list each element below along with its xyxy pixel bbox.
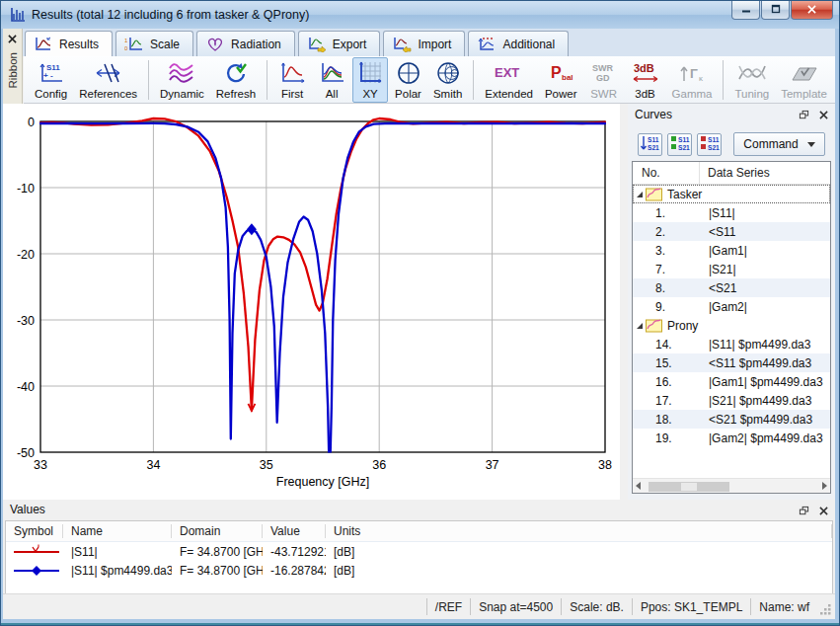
curve-item[interactable]: 15.<S11 $pm4499.da3: [633, 353, 830, 372]
toolbar-button-label: Gamma: [672, 88, 713, 101]
tab-additional[interactable]: Additional: [468, 31, 569, 56]
values-row[interactable]: |S11|F= 34.8700 [GHz]-43.712921[dB]: [6, 542, 832, 561]
group-row-tasker[interactable]: Tasker: [633, 185, 830, 203]
curves-list-header[interactable]: No. Data Series: [633, 162, 830, 185]
maximize-icon: [771, 3, 781, 17]
tab-export[interactable]: Export: [298, 31, 381, 56]
tab-import[interactable]: Import: [383, 31, 465, 56]
resize-grip-icon[interactable]: [819, 603, 832, 616]
values-panel-header[interactable]: Values: [3, 500, 835, 520]
column-data-series[interactable]: Data Series: [700, 166, 770, 180]
ribbon-close-button[interactable]: [4, 31, 21, 46]
sort-s11-s21-icon: S11S21: [640, 133, 661, 156]
curves-float-icon[interactable]: [798, 109, 810, 121]
curve-item[interactable]: 2.<S11: [633, 222, 830, 241]
tab-label: Additional: [502, 38, 555, 51]
value-value: -43.712921: [263, 545, 326, 559]
values-close-icon[interactable]: [817, 505, 830, 517]
svg-text:0: 0: [124, 45, 128, 51]
all-button[interactable]: All: [313, 57, 350, 103]
curve-item[interactable]: 8.<S21: [633, 278, 830, 297]
curve-item[interactable]: 19.|Gam2| $pm4499.da3: [633, 429, 830, 447]
curve-name: <S11 $pm4499.da3: [700, 356, 811, 370]
curve-item[interactable]: 9.|Gam2|: [633, 297, 830, 316]
curve-item[interactable]: 16.|Gam1| $pm4499.da3: [633, 372, 830, 391]
svg-text:GD: GD: [596, 73, 610, 83]
curve-item[interactable]: 1.|S11|: [633, 203, 830, 222]
power-button[interactable]: PbalPower: [540, 57, 582, 103]
radiation-tab-icon: [205, 36, 225, 52]
curves-hscrollbar[interactable]: [633, 478, 830, 493]
minimize-button[interactable]: [731, 1, 760, 20]
ytick-label: -10: [17, 182, 35, 196]
3db-button[interactable]: 3dB3dB: [626, 57, 665, 103]
refresh-button[interactable]: Refresh: [211, 57, 261, 103]
curve-number: 2.: [633, 225, 700, 239]
config-button[interactable]: S11+ -Config: [30, 57, 72, 103]
values-column-value[interactable]: Value: [263, 524, 326, 538]
references-icon: [95, 60, 122, 87]
status-separator: [470, 598, 471, 615]
dynamic-button[interactable]: Dynamic: [155, 57, 209, 103]
expander-icon[interactable]: [637, 323, 643, 329]
close-button[interactable]: [791, 1, 833, 20]
group-row-prony[interactable]: Prony: [633, 316, 830, 335]
sort-s11-s21-button[interactable]: S11S21: [638, 133, 662, 156]
status--ref: /REF: [435, 600, 462, 614]
ribbon-toolbar: S11+ -ConfigReferencesDynamicRefreshFirs…: [24, 56, 835, 104]
curve-item[interactable]: 3.|Gam1|: [633, 241, 830, 260]
maximize-button[interactable]: [761, 1, 790, 20]
svg-text:S21: S21: [678, 144, 690, 151]
curves-close-icon[interactable]: [817, 109, 830, 121]
marker-diamond: [247, 223, 257, 235]
app-icon: [9, 7, 26, 23]
group-label: Tasker: [667, 188, 702, 201]
scroll-right-icon[interactable]: [822, 482, 827, 490]
curves-panel-header[interactable]: Curves: [628, 104, 835, 127]
scroll-thumb[interactable]: [649, 482, 729, 492]
xy-plot-area[interactable]: 0-10-20-30-40-50333435363738Frequency [G…: [3, 104, 620, 500]
curve-name: |Gam1|: [700, 244, 747, 258]
curve-group-icon: [646, 188, 662, 201]
svg-text:bal: bal: [562, 73, 573, 82]
status-scale-db-: Scale: dB.: [570, 600, 624, 614]
svg-text:S21: S21: [648, 144, 659, 151]
disable-s11-s21-button[interactable]: S11S21: [697, 133, 722, 156]
values-table-header[interactable]: SymbolNameDomainValueUnits: [6, 521, 832, 542]
tab-scale[interactable]: 10Scale: [115, 31, 193, 56]
svg-text:P: P: [551, 64, 562, 81]
toolbar-button-label: References: [79, 88, 137, 101]
values-panel-title: Values: [10, 503, 45, 516]
toolbar-button-label: All: [326, 88, 339, 101]
scroll-left-icon[interactable]: [636, 482, 641, 490]
values-column-domain[interactable]: Domain: [172, 524, 263, 538]
tab-results[interactable]: Results: [25, 31, 113, 56]
values-column-symbol[interactable]: Symbol: [6, 524, 63, 538]
curve-item[interactable]: 18.<S21 $pm4499.da3: [633, 410, 830, 429]
enable-s11-s21-button[interactable]: S11S21: [667, 133, 692, 156]
extended-button[interactable]: EXTExtended: [480, 57, 538, 103]
swr-button: SWRGDSWR: [584, 57, 624, 103]
xy-button[interactable]: XY: [352, 57, 388, 103]
svg-text:+ -: + -: [43, 71, 53, 80]
swr-icon: SWRGD: [589, 60, 619, 87]
values-column-name[interactable]: Name: [63, 524, 172, 538]
change-button: Change: [834, 57, 840, 103]
curve-item[interactable]: 14.|S11| $pm4499.da3: [633, 335, 830, 353]
references-button[interactable]: References: [74, 57, 142, 103]
curve-item[interactable]: 17.|S21| $pm4499.da3: [633, 391, 830, 410]
polar-button[interactable]: Polar: [390, 57, 426, 103]
curve-item[interactable]: 7.|S21|: [633, 260, 830, 278]
toolbar-button-label: SWR: [590, 88, 617, 101]
values-float-icon[interactable]: [798, 505, 810, 517]
tab-radiation[interactable]: Radiation: [196, 31, 295, 56]
value-value: -16.287842: [263, 564, 326, 578]
expander-icon[interactable]: [637, 192, 643, 197]
values-row[interactable]: |S11| $pm4499.da3F= 34.8700 [GHz]-16.287…: [6, 561, 832, 580]
first-button[interactable]: First: [273, 57, 311, 103]
column-no[interactable]: No.: [633, 162, 700, 184]
values-column-units[interactable]: Units: [326, 524, 832, 538]
command-dropdown[interactable]: Command: [733, 132, 825, 156]
smith-button[interactable]: Smith: [428, 57, 467, 103]
titlebar[interactable]: Results (total 12 including 6 from taske…: [1, 1, 839, 29]
